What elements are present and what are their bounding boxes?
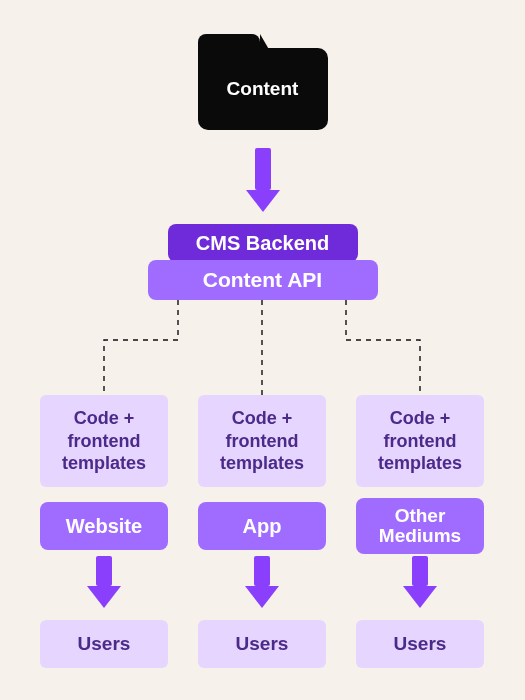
arrow-shaft [412, 556, 428, 586]
templates-box-col3: Code + frontend templates [356, 395, 484, 487]
arrow-other-to-users [403, 556, 437, 608]
templates-box-col1: Code + frontend templates [40, 395, 168, 487]
arrow-head-icon [246, 190, 280, 212]
arrow-head-icon [245, 586, 279, 608]
users-box-col2: Users [198, 620, 326, 668]
arrow-head-icon [87, 586, 121, 608]
content-folder: Content [198, 30, 328, 130]
users-box-col1: Users [40, 620, 168, 668]
medium-chip-other: Other Mediums [356, 498, 484, 554]
arrow-website-to-users [87, 556, 121, 608]
content-api-node: Content API [148, 260, 378, 300]
arrow-head-icon [403, 586, 437, 608]
users-box-col3: Users [356, 620, 484, 668]
arrow-content-to-backend [246, 148, 280, 212]
arrow-shaft [255, 148, 271, 190]
arrow-shaft [254, 556, 270, 586]
medium-chip-website: Website [40, 502, 168, 550]
templates-box-col2: Code + frontend templates [198, 395, 326, 487]
medium-chip-app: App [198, 502, 326, 550]
diagram-canvas: Content CMS Backend Content API Code + f… [0, 0, 525, 700]
arrow-shaft [96, 556, 112, 586]
cms-backend-node: CMS Backend [168, 224, 358, 262]
content-folder-label: Content [198, 48, 328, 130]
arrow-app-to-users [245, 556, 279, 608]
